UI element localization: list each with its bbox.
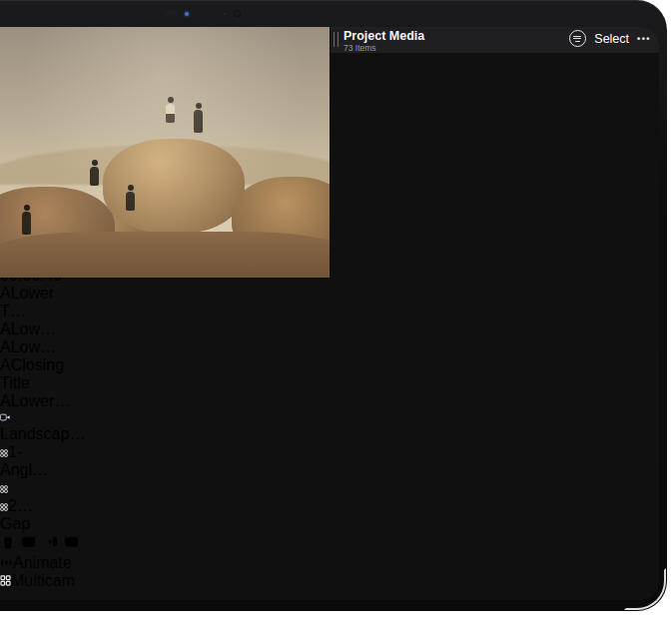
timeline-bottom-bar: AnimateMulticam (0, 533, 659, 590)
title-badge-icon: A (0, 285, 11, 302)
timeline-clip[interactable] (0, 479, 42, 497)
title-clip-label: Low… (11, 338, 56, 355)
clip-label: Landscap… (0, 425, 85, 442)
front-sensor-dot (224, 13, 226, 15)
filter-icon[interactable] (569, 30, 586, 47)
title-badge-icon: A (0, 338, 11, 355)
timeline-scrollbar[interactable] (0, 590, 659, 600)
media-panel-title: Project Media (343, 29, 424, 43)
clip-label (0, 479, 42, 497)
media-select-button[interactable]: Select (594, 32, 629, 46)
title-clip-label: Lower… (11, 392, 71, 409)
front-camera-pill (164, 11, 178, 16)
delete-icon[interactable] (0, 533, 16, 550)
insert-clip-icon[interactable] (42, 533, 59, 550)
front-camera-lens (234, 10, 241, 17)
title-clip-label: Low… (11, 320, 56, 337)
timeline-clip[interactable]: 2… (0, 497, 50, 515)
title-clip[interactable]: ALow… (0, 320, 46, 338)
animate-label: Animate (13, 554, 72, 571)
title-clip[interactable]: AClosing Title (0, 356, 76, 392)
timeline-clip[interactable]: 1-Angl… (0, 443, 68, 479)
title-clip[interactable]: ALower… (0, 392, 42, 407)
title-clip[interactable]: ALower T… (0, 285, 72, 320)
media-item-count: 73 Items (343, 43, 376, 53)
front-camera-indicator (185, 12, 189, 16)
title-badge-icon: A (0, 320, 11, 337)
title-badge-icon: A (0, 356, 11, 373)
stage: 100% (0, 0, 672, 624)
media-panel-header: Project Media 73 Items Select ••• (331, 27, 659, 53)
media-more-button[interactable]: ••• (637, 34, 651, 44)
split-clip-icon[interactable] (20, 533, 37, 550)
multicam-label: Multicam (11, 572, 75, 589)
screen: 100% (0, 27, 659, 600)
panel-drag-handle[interactable] (334, 32, 338, 47)
clip-label: 1-Angl… (0, 443, 68, 479)
preview-video[interactable] (0, 27, 330, 278)
multicam-button[interactable]: Multicam (0, 572, 659, 590)
gap-clip[interactable]: Gap (0, 515, 89, 533)
connected-video-clip[interactable]: Landscap… (0, 407, 80, 443)
animate-button[interactable]: Animate (0, 554, 659, 572)
timeline-tracks[interactable]: ALower T…ALow…ALow…AClosing TitleALower…… (0, 285, 659, 533)
clip-label: 2… (0, 497, 50, 515)
title-clip[interactable]: ALow… (0, 338, 47, 356)
gap-label: Gap (0, 515, 30, 532)
overwrite-clip-icon[interactable] (63, 533, 80, 550)
